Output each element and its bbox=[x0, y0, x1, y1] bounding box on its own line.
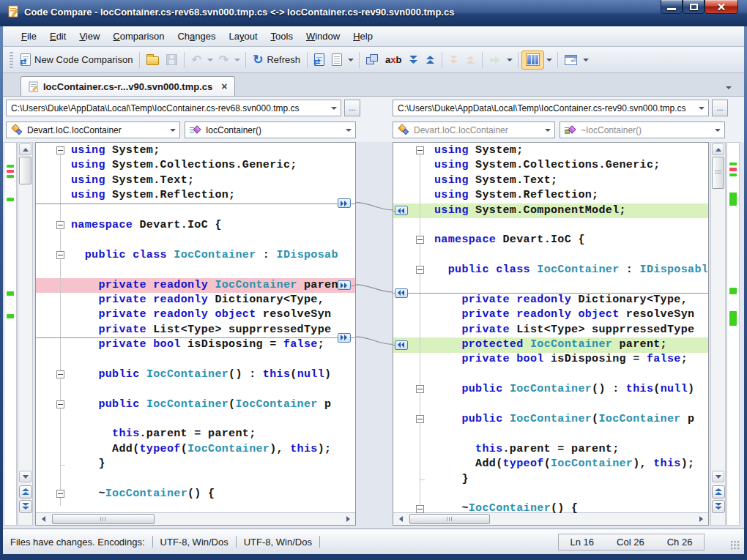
view-mode-dropdown-chevron-icon[interactable] bbox=[546, 59, 552, 61]
code-line[interactable]: private List<Type> supprressedType bbox=[71, 323, 339, 337]
code-line[interactable]: private bool isDisposing = false; bbox=[71, 337, 339, 352]
merge-left-button[interactable] bbox=[395, 340, 408, 350]
scroll-up-button[interactable] bbox=[19, 143, 31, 155]
code-line[interactable]: using System.Reflection; bbox=[434, 188, 707, 203]
undo-dropdown-chevron-icon[interactable] bbox=[207, 59, 213, 61]
code-line[interactable]: Add(typeof(IocContainer), this); bbox=[434, 457, 707, 471]
left-browse-button[interactable]: ... bbox=[344, 100, 360, 116]
right-horizontal-scrollbar[interactable] bbox=[393, 512, 708, 525]
fold-collapse-box[interactable] bbox=[56, 251, 64, 259]
code-line[interactable]: private List<Type> supprressedType bbox=[434, 323, 707, 337]
scroll-right-button[interactable] bbox=[342, 514, 354, 524]
code-line[interactable] bbox=[71, 382, 339, 397]
side-by-side-view-button[interactable] bbox=[521, 51, 544, 70]
fold-collapse-box[interactable] bbox=[416, 266, 424, 274]
fold-collapse-box[interactable] bbox=[56, 400, 64, 408]
code-line[interactable]: using System.ComponentModel; bbox=[434, 204, 707, 218]
scroll-left-button[interactable] bbox=[37, 514, 49, 524]
open-button[interactable] bbox=[143, 51, 163, 70]
code-line[interactable]: } bbox=[434, 472, 707, 487]
menu-item-layout[interactable]: Layout bbox=[222, 28, 264, 45]
previous-change-button[interactable] bbox=[422, 51, 439, 70]
ignore-case-button[interactable]: axb bbox=[382, 51, 405, 70]
code-line[interactable] bbox=[434, 487, 707, 501]
code-line[interactable]: using System; bbox=[434, 143, 707, 158]
code-line[interactable]: protected IocContainer parent; bbox=[434, 337, 707, 352]
right-code-pane[interactable]: using System;using System.Collections.Ge… bbox=[393, 142, 709, 526]
code-line[interactable] bbox=[434, 367, 707, 382]
code-line[interactable]: public IocContainer(IocContainer p bbox=[434, 412, 707, 427]
left-file-path-combo[interactable]: C:\Users\Duke\AppData\Local\Temp\IocCont… bbox=[6, 100, 341, 116]
code-line[interactable] bbox=[71, 233, 339, 247]
fold-collapse-box[interactable] bbox=[56, 490, 64, 498]
save-button[interactable] bbox=[163, 51, 181, 70]
left-horizontal-scrollbar[interactable] bbox=[36, 512, 355, 525]
merge-all-button[interactable] bbox=[486, 51, 505, 70]
scroll-down-button[interactable] bbox=[19, 471, 31, 482]
auto-scroll-button[interactable] bbox=[561, 51, 581, 70]
code-line[interactable]: using System.Collections.Generic; bbox=[71, 158, 339, 173]
scroll-up-button[interactable] bbox=[712, 143, 724, 155]
copy-structure-button[interactable] bbox=[363, 51, 382, 70]
code-line[interactable]: public class IocContainer : IDisposable … bbox=[434, 263, 707, 277]
right-member-combo[interactable]: ~IocContainer() bbox=[560, 122, 725, 138]
code-line[interactable] bbox=[71, 263, 339, 277]
code-line[interactable]: using System.Text; bbox=[71, 173, 339, 188]
toolbar-grip[interactable] bbox=[10, 52, 13, 68]
merge-left-button[interactable] bbox=[395, 288, 408, 298]
code-text-layer[interactable]: using System;using System.Collections.Ge… bbox=[71, 143, 339, 513]
code-line[interactable]: public IocContainer() : this(null) bbox=[434, 382, 707, 397]
close-button[interactable]: ✕ bbox=[705, 0, 738, 14]
auto-scroll-dropdown-chevron-icon[interactable] bbox=[583, 59, 589, 61]
code-line[interactable]: private readonly object resolveSyn bbox=[434, 307, 707, 322]
code-line[interactable]: } bbox=[71, 457, 339, 471]
redo-button[interactable]: ↷ bbox=[215, 51, 232, 70]
code-line[interactable]: this.parent = parent; bbox=[434, 442, 707, 457]
code-line[interactable] bbox=[434, 278, 707, 293]
code-line[interactable]: private bool isDisposing = false; bbox=[434, 352, 707, 367]
report-dropdown-chevron-icon[interactable] bbox=[348, 59, 354, 61]
code-line[interactable]: private readonly object resolveSyn bbox=[71, 307, 339, 322]
refresh-button[interactable]: ↻ Refresh bbox=[249, 51, 304, 70]
code-line[interactable] bbox=[71, 472, 339, 487]
code-line[interactable] bbox=[71, 352, 339, 367]
previous-conflict-button[interactable] bbox=[462, 51, 479, 70]
menu-item-view[interactable]: View bbox=[73, 28, 106, 45]
menu-item-help[interactable]: Help bbox=[346, 28, 379, 45]
fold-collapse-box[interactable] bbox=[416, 505, 424, 513]
code-line[interactable] bbox=[434, 427, 707, 441]
menu-item-tools[interactable]: Tools bbox=[264, 28, 300, 45]
left-path-chevron-icon[interactable] bbox=[329, 107, 339, 110]
menu-item-window[interactable]: Window bbox=[300, 28, 346, 45]
redo-dropdown-chevron-icon[interactable] bbox=[234, 59, 240, 61]
maximize-button[interactable] bbox=[683, 0, 705, 14]
scroll-down-button[interactable] bbox=[712, 471, 724, 482]
resize-grip[interactable] bbox=[730, 540, 740, 550]
code-line[interactable] bbox=[434, 248, 707, 263]
merge-left-button[interactable] bbox=[395, 206, 408, 215]
code-line[interactable]: using System.Text; bbox=[434, 173, 707, 188]
right-browse-button[interactable]: ... bbox=[712, 100, 728, 116]
left-class-combo[interactable]: Devart.IoC.IocContainer bbox=[6, 122, 180, 138]
next-change-button[interactable] bbox=[405, 51, 422, 70]
tab-ioccontainer[interactable]: IocContainer.cs-r...v90.svn000.tmp.cs × bbox=[21, 76, 235, 96]
merge-dropdown-chevron-icon[interactable] bbox=[507, 59, 513, 61]
previous-difference-button[interactable] bbox=[19, 485, 32, 499]
right-path-chevron-icon[interactable] bbox=[696, 107, 707, 110]
menu-item-changes[interactable]: Changes bbox=[171, 28, 222, 45]
code-line[interactable]: public IocContainer() : this(null) bbox=[71, 367, 339, 382]
tab-list-chevron-icon[interactable] bbox=[726, 86, 732, 89]
scroll-left-button[interactable] bbox=[395, 514, 406, 524]
code-line[interactable]: private readonly Dictionary<Type, bbox=[434, 293, 707, 307]
code-line[interactable] bbox=[71, 204, 339, 218]
left-vertical-scrollbar[interactable] bbox=[18, 142, 33, 526]
right-file-path-combo[interactable]: C:\Users\Duke\AppData\Local\Temp\IocCont… bbox=[393, 100, 709, 116]
minimize-button[interactable] bbox=[661, 0, 683, 14]
code-line[interactable]: private readonly Dictionary<Type, bbox=[71, 293, 339, 307]
undo-button[interactable]: ↶ bbox=[187, 51, 204, 70]
fold-collapse-box[interactable] bbox=[56, 221, 64, 229]
fold-collapse-box[interactable] bbox=[416, 415, 424, 423]
merge-right-button[interactable] bbox=[338, 333, 351, 343]
merge-right-button[interactable] bbox=[338, 198, 351, 208]
merge-right-button[interactable] bbox=[338, 280, 351, 290]
